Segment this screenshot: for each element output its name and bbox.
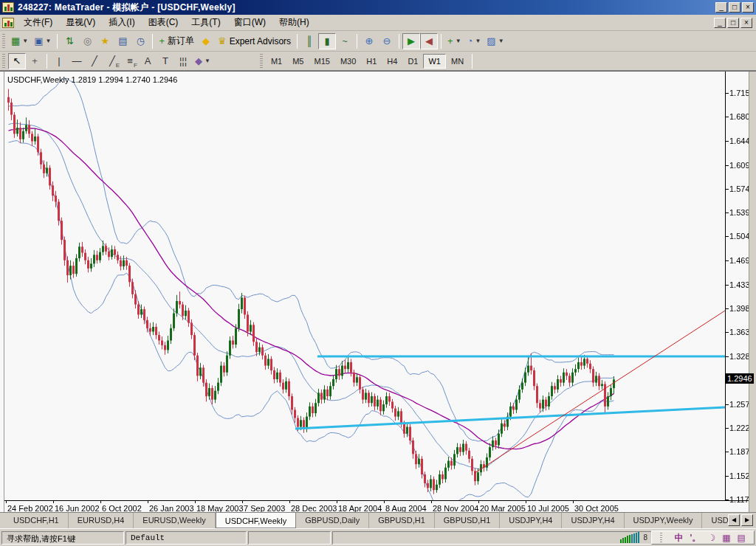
toolbar-gripper[interactable] [2, 54, 5, 69]
mdi-restore-button[interactable]: □ [727, 18, 739, 28]
crosshair-icon: + [32, 56, 38, 66]
price-axis[interactable]: 1.71501.68001.64401.60901.57401.53901.50… [726, 72, 749, 500]
menu-item-v[interactable]: 显视(V) [59, 14, 102, 31]
candlestick-chart-button[interactable]: ▮ [318, 33, 336, 49]
connection-bar [633, 533, 635, 543]
chevron-down-icon[interactable]: ▼ [205, 58, 210, 64]
ime-width-icon[interactable]: ☽ [707, 532, 715, 544]
date-tick [289, 501, 290, 503]
zoom-in-button[interactable]: ⊕ [360, 33, 378, 49]
cursor-button[interactable]: ↖ [8, 53, 26, 69]
chart-tab-usdjpy-weekly[interactable]: USDJPY,Weekly [625, 513, 703, 528]
chart-tab-usdchf-h1[interactable]: USDCHF,H1 [4, 513, 69, 528]
data-window-button[interactable]: ◎ [78, 33, 96, 49]
chart-tab-usdjpy-h1[interactable]: USDJPY,H1 [702, 513, 728, 528]
ime-keyboard-icon[interactable]: ▦ [722, 532, 730, 544]
data-window-icon: ◎ [83, 36, 92, 46]
vertical-line-button[interactable]: | [50, 53, 68, 69]
ime-punct-icon[interactable]: '。 [690, 532, 701, 544]
timeframe-h1-button[interactable]: H1 [361, 54, 382, 69]
profiles-button[interactable]: ▣▼ [31, 33, 54, 49]
timeframe-h4-button[interactable]: H4 [382, 54, 402, 69]
crosshair-button[interactable]: + [26, 53, 44, 69]
chart-shift-button[interactable]: ◀ [420, 33, 438, 49]
metaeditor-button[interactable]: ◆ [197, 33, 215, 49]
chart-tab-gbpusd-h1[interactable]: GBPUSD,H1 [369, 513, 435, 528]
toolbar-gripper[interactable] [260, 54, 263, 69]
chevron-down-icon[interactable]: ▼ [498, 38, 504, 44]
connection-bar [627, 536, 628, 543]
mdi-close-button[interactable]: × [740, 18, 752, 28]
menu-item-c[interactable]: 图表(C) [142, 14, 185, 31]
arrows-button[interactable]: ◆▼ [192, 53, 213, 69]
timeframe-m1-button[interactable]: M1 [266, 54, 287, 69]
expert-advisors-button-label: Expert Advisors [230, 36, 291, 46]
menu-item-w[interactable]: 窗口(W) [227, 14, 272, 31]
toolbar-gripper[interactable] [2, 34, 5, 49]
new-order-button[interactable]: +新订单 [156, 33, 197, 49]
chevron-down-icon[interactable]: ▼ [46, 38, 52, 44]
indicators-button[interactable]: +▼ [444, 33, 464, 49]
window-minimize-button[interactable]: _ [715, 2, 727, 13]
chevron-down-icon[interactable]: ▼ [456, 38, 461, 44]
new-chart-button[interactable]: ▦▼ [8, 33, 31, 49]
auto-scroll-button[interactable]: ▶ [402, 33, 420, 49]
ime-lang-icon[interactable]: 中 [675, 532, 684, 544]
cycle-lines-button[interactable]: ¦¦¦ [174, 53, 192, 69]
date-tick [526, 501, 526, 503]
chart-tab-usdjpy-h4[interactable]: USDJPY,H4 [500, 513, 562, 528]
ime-gripper[interactable] [660, 533, 662, 542]
bar-chart-button[interactable]: ║ [300, 33, 318, 49]
tab-scroll-right-button[interactable]: ▶ [741, 514, 753, 526]
line-chart-icon: ~ [342, 36, 348, 46]
tab-scroll-left-button[interactable]: ◀ [728, 514, 740, 526]
menu-item-f[interactable]: 文件(F) [17, 14, 59, 31]
chart-tab-eurusd-weekly[interactable]: EURUSD,Weekly [134, 513, 215, 528]
zoom-out-button[interactable]: ⊖ [378, 33, 396, 49]
timeframe-m30-button[interactable]: M30 [335, 54, 361, 69]
chart-tab-eurusd-h4[interactable]: EURUSD,H4 [69, 513, 134, 528]
chart-tab-gbpusd-h1[interactable]: GBPUSD,H1 [435, 513, 501, 528]
menu-item-i[interactable]: 插入(I) [102, 14, 141, 31]
chart-tab-bar: USDCHF,H1EURUSD,H4EURUSD,WeeklyUSDCHF,We… [0, 512, 756, 528]
timeframe-m15-button[interactable]: M15 [309, 54, 334, 69]
title-bar[interactable]: 248227: MetaTrader - 模拟帐户 - [USDCHF,Week… [0, 0, 756, 15]
periods-button[interactable]: ◔▼ [464, 33, 484, 49]
expert-advisors-button[interactable]: ♛Expert Advisors [215, 33, 294, 49]
horizontal-line-button[interactable]: — [68, 53, 86, 69]
fibonacci-button[interactable]: ≡F [121, 53, 139, 69]
chart-tab-gbpusd-daily[interactable]: GBPUSD,Daily [296, 513, 369, 528]
line-studies-toolbar: ↖+|—╱╱E≡FAT¦¦¦◆▼ M1M5M15M30H1H4D1W1MN [0, 52, 756, 71]
navigator-button[interactable]: ★ [96, 33, 114, 49]
chart-window-icon[interactable] [2, 18, 14, 28]
timeframe-w1-button[interactable]: W1 [423, 54, 446, 69]
timeframe-d1-button[interactable]: D1 [402, 54, 423, 69]
ime-menu-icon[interactable]: ▤ [737, 532, 745, 544]
mdi-minimize-button[interactable]: _ [714, 18, 726, 28]
menu-item-h[interactable]: 帮助(H) [272, 14, 316, 31]
market-watch-button[interactable]: ⇅ [61, 33, 78, 49]
price-chart-canvas[interactable] [4, 72, 725, 501]
timeframe-m5-button[interactable]: M5 [287, 54, 309, 69]
equidistant-channel-button[interactable]: ╱E [103, 53, 121, 69]
strategy-tester-button[interactable]: ◷ [131, 33, 149, 49]
window-close-button[interactable]: × [742, 2, 754, 13]
terminal-button[interactable]: ▤ [114, 33, 131, 49]
chevron-down-icon[interactable]: ▼ [475, 38, 481, 44]
line-chart-button[interactable]: ~ [336, 33, 354, 49]
text-label-button[interactable]: T [157, 53, 174, 69]
timeframe-mn-button[interactable]: MN [446, 54, 469, 69]
templates-icon: ▨ [487, 36, 495, 46]
window-restore-button[interactable]: □ [729, 2, 740, 13]
status-bar: 寻求帮助,请按F1键 Default [0, 528, 756, 546]
text-button[interactable]: A [139, 53, 157, 69]
periods-icon: ◔ [467, 36, 473, 46]
chevron-down-icon[interactable]: ▼ [22, 38, 28, 44]
templates-button[interactable]: ▨▼ [484, 33, 506, 49]
trendline-button[interactable]: ╱ [86, 53, 103, 69]
connection-bar [636, 533, 637, 543]
chart-tab-usdjpy-h4[interactable]: USDJPY,H4 [562, 513, 624, 528]
toolbar-separator [357, 34, 357, 49]
chart-tab-usdchf-weekly[interactable]: USDCHF,Weekly [216, 513, 297, 528]
menu-item-t[interactable]: 工具(T) [185, 14, 227, 31]
